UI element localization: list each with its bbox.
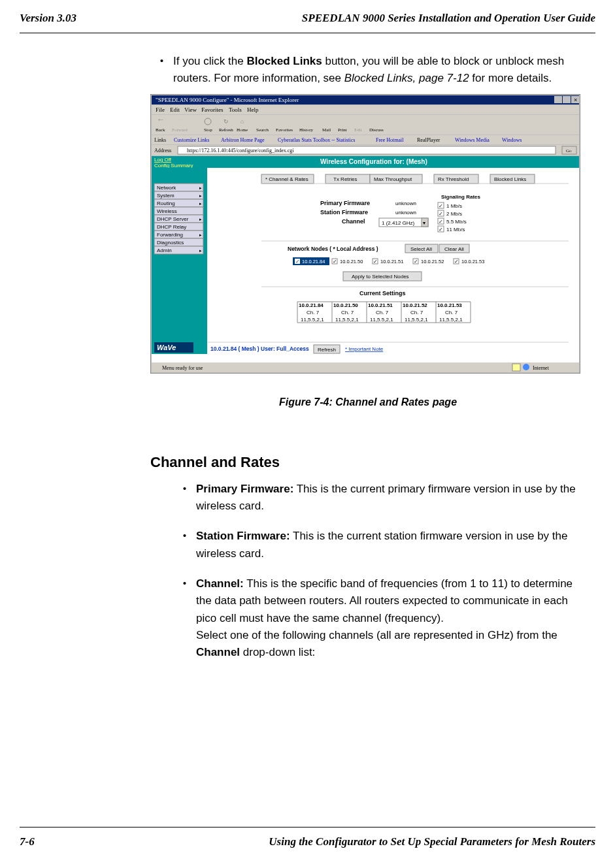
text: Select one of the following channels (al… <box>196 629 557 641</box>
chevron-icon: ▸ <box>199 217 202 222</box>
bullet-icon: • <box>173 528 196 562</box>
back-arrow-icon[interactable]: ← <box>157 115 165 124</box>
important-note-link[interactable]: * Important Note <box>345 346 384 352</box>
menu-edit[interactable]: Edit <box>170 106 180 113</box>
toolbar-print[interactable]: Print <box>338 127 347 133</box>
zone-text: Internet <box>533 365 550 371</box>
menu-tools[interactable]: Tools <box>229 106 242 113</box>
settings-col-3: 10.0.21.51 <box>368 302 393 308</box>
toolbar-back[interactable]: Back <box>156 127 165 133</box>
sidebar-admin[interactable]: Admin <box>157 248 172 253</box>
svg-rect-3 <box>152 115 579 135</box>
sidebar-forwarding[interactable]: Forwarding <box>157 232 183 238</box>
settings-rates-4: 11,5.5,2,1 <box>405 317 428 323</box>
chevron-icon: ▸ <box>199 233 202 238</box>
sidebar-wireless[interactable]: Wireless <box>157 208 177 214</box>
page-number: 7-6 <box>20 835 35 848</box>
link-arbitron[interactable]: Arbitron Home Page <box>221 137 265 143</box>
rate-4: 11 Mb/s <box>446 227 465 233</box>
sidebar-dhcp-server[interactable]: DHCP Server <box>157 216 189 222</box>
address-label: Address <box>154 148 171 153</box>
svg-text:Rx Threshold: Rx Threshold <box>438 176 469 182</box>
svg-text:▾: ▾ <box>423 220 425 226</box>
primary-firmware-value: unknown <box>395 201 416 206</box>
menu-view[interactable]: View <box>184 106 197 113</box>
toolbar-refresh[interactable]: Refresh <box>219 127 233 133</box>
svg-text:Apply to Selected Nodes: Apply to Selected Nodes <box>352 274 409 280</box>
bottom-text: 10.0.21.84 ( Mesh ) User: Full_Access <box>210 346 309 352</box>
embedded-screenshot: "SPEEDLAN 9000 Configure" - Microsoft In… <box>150 94 586 374</box>
toolbar-history[interactable]: History <box>299 127 314 133</box>
link-customize[interactable]: Customize Links <box>174 137 209 143</box>
label: Primary Firmware: <box>196 483 293 495</box>
toolbar-discuss[interactable]: Discuss <box>369 127 384 133</box>
primary-firmware-desc: Primary Firmware: This is the current pr… <box>196 481 586 515</box>
channel-word: Channel <box>196 646 240 658</box>
chevron-icon: ▸ <box>199 193 202 199</box>
guide-title: SPEEDLAN 9000 Series Installation and Op… <box>302 12 595 25</box>
svg-text:Refresh: Refresh <box>318 347 336 353</box>
station-firmware-desc: Station Firmware: This is the current st… <box>196 528 586 562</box>
logoff-link[interactable]: Log Off <box>154 157 172 163</box>
toolbar-favorites[interactable]: Favorites <box>276 127 293 133</box>
svg-text:Blocked Links: Blocked Links <box>494 176 526 182</box>
section-heading: Channel and Rates <box>150 454 586 471</box>
menu-favorites[interactable]: Favorites <box>201 106 224 113</box>
node-ip-3: 10.0.21.51 <box>380 259 403 265</box>
label: Channel: <box>196 577 244 590</box>
toolbar-home[interactable]: Home <box>237 127 248 133</box>
sidebar-dhcp-relay[interactable]: DHCP Relay <box>157 224 186 230</box>
intro-paragraph: If you click the Blocked Links button, y… <box>173 53 586 88</box>
svg-text:Clear All: Clear All <box>444 246 464 252</box>
toolbar-mail[interactable]: Mail <box>322 127 331 133</box>
forward-arrow-icon: → <box>176 115 184 124</box>
sidebar-network[interactable]: Network <box>157 185 176 191</box>
text: This is the specific band of frequencies… <box>196 577 573 624</box>
link-hotmail[interactable]: Free Hotmail <box>376 137 404 143</box>
toolbar-search[interactable]: Search <box>256 127 269 133</box>
svg-text:✓: ✓ <box>439 227 443 233</box>
svg-rect-7 <box>152 156 579 362</box>
settings-col-4: 10.0.21.52 <box>403 302 427 308</box>
config-summary-link[interactable]: Config Summary <box>154 163 193 169</box>
svg-text:✓: ✓ <box>439 211 443 217</box>
bullet-icon: • <box>150 53 173 88</box>
link-winmedia[interactable]: Windows Media <box>455 137 490 143</box>
link-windows[interactable]: Windows <box>502 137 522 143</box>
lock-icon <box>512 364 520 371</box>
refresh-icon[interactable]: ↻ <box>224 118 229 125</box>
address-input[interactable]: https://172.16.1.40:445/configure/config… <box>187 148 294 153</box>
page-title: Wireless Configuration for: (Mesh) <box>320 158 427 165</box>
page-ref: Blocked Links, page 7-12 <box>344 72 469 84</box>
node-ip-4: 10.0.21.52 <box>421 259 444 265</box>
svg-text:✓: ✓ <box>454 259 459 265</box>
rate-3: 5.5 Mb/s <box>446 219 467 225</box>
text: for more details. <box>469 72 552 84</box>
figure-caption: Figure 7-4: Channel and Rates page <box>150 396 586 408</box>
menu-file[interactable]: File <box>156 106 165 113</box>
svg-text:Tx Retries: Tx Retries <box>333 176 357 182</box>
settings-ch-1: Ch. 7 <box>307 310 320 315</box>
link-realplayer[interactable]: RealPlayer <box>417 137 440 143</box>
minimize-icon[interactable] <box>554 96 562 103</box>
chevron-icon: ▸ <box>199 248 202 253</box>
sidebar-routing[interactable]: Routing <box>157 201 175 206</box>
link-cyberatlas[interactable]: Cyberatlas Stats Toolbox -- Statistics <box>278 137 355 143</box>
toolbar-stop[interactable]: Stop <box>204 127 212 133</box>
bullet-icon: • <box>173 481 196 515</box>
svg-text:✓: ✓ <box>373 259 378 265</box>
menu-help[interactable]: Help <box>247 106 259 113</box>
home-icon[interactable]: ⌂ <box>241 118 244 125</box>
current-settings-heading: Current Settings <box>359 290 406 297</box>
maximize-icon[interactable] <box>563 96 571 103</box>
internet-zone-icon <box>523 364 529 370</box>
channel-desc: Channel: This is the specific band of fr… <box>196 575 586 662</box>
svg-text:Select All: Select All <box>410 246 432 252</box>
sidebar-diagnostics[interactable]: Diagnostics <box>157 240 184 246</box>
rates-heading: Signaling Rates <box>441 194 481 200</box>
sidebar-system[interactable]: System <box>157 193 175 199</box>
status-text: Menu ready for use <box>162 365 203 371</box>
svg-text:✓: ✓ <box>439 219 443 225</box>
label: Station Firmware: <box>196 530 290 542</box>
svg-text:Max Throughput: Max Throughput <box>374 176 412 182</box>
